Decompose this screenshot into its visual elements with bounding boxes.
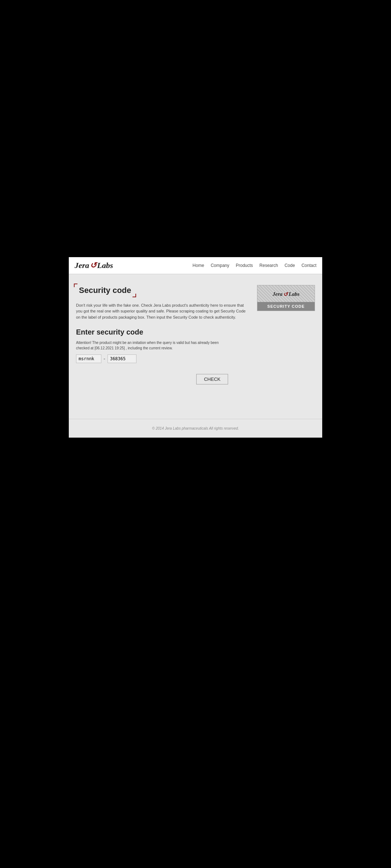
description-text: Don't risk your life with the fake one. … bbox=[76, 302, 250, 320]
card-logo: Jera ↺ Labs bbox=[261, 291, 311, 298]
nav-links: Home Company Products Research Code Cont… bbox=[193, 263, 316, 268]
card-security-label: SECURITY CODE bbox=[257, 302, 315, 311]
nav-company[interactable]: Company bbox=[211, 263, 229, 268]
logo-arrow-icon: ↺ bbox=[90, 261, 96, 270]
security-card: Jera ↺ Labs SECURITY CODE bbox=[257, 285, 315, 311]
site-logo: Jera ↺ Labs bbox=[75, 261, 113, 270]
section-title-wrapper: Security code bbox=[76, 285, 134, 296]
logo-text-2: Labs bbox=[97, 261, 113, 270]
check-button-wrapper: CHECK bbox=[76, 374, 250, 384]
nav-home[interactable]: Home bbox=[193, 263, 204, 268]
card-logo-area: Jera ↺ Labs bbox=[257, 285, 315, 302]
code-prefix-input[interactable] bbox=[76, 354, 101, 363]
nav-research[interactable]: Research bbox=[260, 263, 278, 268]
enter-code-heading: Enter security code bbox=[76, 328, 250, 336]
footer: © 2014 Jera Labs pharmaceuticals All rig… bbox=[69, 419, 322, 438]
screen-wrapper: Jera ↺ Labs Home Company Products Resear… bbox=[69, 257, 322, 438]
logo-text-1: Jera bbox=[75, 261, 89, 270]
code-input-row: - bbox=[76, 354, 250, 363]
nav-products[interactable]: Products bbox=[236, 263, 253, 268]
card-logo-text-2: Labs bbox=[289, 291, 299, 297]
section-title: Security code bbox=[76, 285, 134, 296]
corner-bracket-br bbox=[133, 294, 136, 297]
content-area: Security code Don't risk your life with … bbox=[69, 274, 322, 419]
check-button[interactable]: CHECK bbox=[196, 374, 228, 384]
navbar: Jera ↺ Labs Home Company Products Resear… bbox=[69, 257, 322, 274]
attention-text: Attention! The product might be an imita… bbox=[76, 340, 228, 351]
card-logo-arrow-icon: ↺ bbox=[283, 291, 288, 298]
corner-bracket-tl bbox=[74, 284, 77, 287]
left-panel: Security code Don't risk your life with … bbox=[76, 285, 250, 412]
card-logo-text-1: Jera bbox=[273, 291, 283, 297]
footer-copyright: © 2014 Jera Labs pharmaceuticals All rig… bbox=[152, 426, 239, 430]
nav-code[interactable]: Code bbox=[285, 263, 295, 268]
code-separator: - bbox=[103, 356, 106, 362]
right-panel: Jera ↺ Labs SECURITY CODE bbox=[257, 285, 315, 412]
nav-contact[interactable]: Contact bbox=[302, 263, 316, 268]
code-number-input[interactable] bbox=[108, 354, 136, 363]
